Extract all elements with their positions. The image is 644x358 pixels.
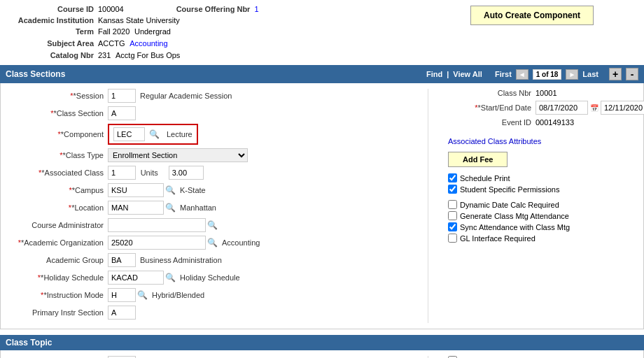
subject-area-label: Subject Area (7, 39, 98, 48)
event-id-value: 000149133 (536, 118, 574, 127)
class-section-row: *Class Section (6, 106, 422, 120)
course-offering-label: Course Offering Nbr (142, 5, 254, 13)
instruction-mode-input[interactable] (108, 288, 136, 302)
component-search-icon[interactable]: 🔍 (149, 129, 160, 139)
holiday-schedule-row: *Holiday Schedule 🔍 Holiday Schedule (6, 271, 422, 285)
campus-input[interactable] (108, 183, 164, 197)
student-specific-label: Student Specific Permissions (460, 185, 559, 194)
academic-org-search-icon[interactable]: 🔍 (207, 238, 218, 248)
academic-org-input[interactable] (108, 236, 206, 250)
add-row-button[interactable]: + (609, 68, 622, 80)
campus-row: *Campus 🔍 K-State (6, 183, 422, 197)
class-topic-content: Course Topic ID 🔍 Print Topic in Schedul… (0, 350, 644, 358)
dynamic-date-label: Dynamic Date Calc Required (460, 201, 559, 209)
holiday-schedule-desc: Holiday Schedule (180, 273, 240, 282)
session-input[interactable] (108, 89, 136, 103)
page-indicator: 1 of 18 (533, 69, 562, 80)
session-desc: Regular Academic Session (140, 92, 232, 100)
component-desc: Lecture (167, 130, 192, 138)
class-type-select[interactable]: Enrollment Section (108, 148, 248, 162)
location-row: *Location 🔍 Manhattan (6, 201, 422, 215)
associated-class-input[interactable] (108, 166, 136, 180)
class-section-label: *Class Section (6, 109, 108, 117)
course-admin-search-icon[interactable]: 🔍 (207, 220, 218, 230)
schedule-print-checkbox[interactable] (448, 173, 457, 182)
add-fee-button[interactable]: Add Fee (448, 152, 507, 167)
generate-mtg-row: Generate Class Mtg Attendance (434, 211, 638, 220)
first-label: First (495, 70, 512, 78)
class-nbr-row: Class Nbr 10001 (434, 89, 638, 97)
find-link[interactable]: Find (426, 70, 442, 78)
class-section-input[interactable] (108, 106, 136, 120)
instruction-mode-search-icon[interactable]: 🔍 (137, 290, 148, 300)
remove-row-button[interactable]: - (626, 68, 638, 80)
class-sections-content: *Session Regular Academic Session *Class… (0, 83, 644, 329)
gl-interface-label: GL Interface Required (460, 234, 536, 243)
term-desc: Undergrad (134, 27, 171, 36)
campus-label: *Campus (6, 186, 108, 194)
gl-interface-row: GL Interface Required (434, 234, 638, 243)
location-input[interactable] (108, 201, 164, 215)
catalog-nbr-desc: Acctg For Bus Ops (115, 51, 180, 59)
component-input[interactable] (113, 127, 145, 141)
units-input[interactable] (169, 166, 204, 180)
academic-group-label: Academic Group (6, 256, 108, 264)
subject-area-desc: Accounting (130, 39, 167, 48)
class-topic-title: Class Topic (6, 338, 52, 348)
academic-group-input[interactable] (108, 253, 136, 267)
associated-class-label: *Associated Class (6, 169, 108, 177)
course-id-value: 100004 (98, 5, 124, 13)
primary-instr-input[interactable] (108, 306, 136, 320)
term-value: Fall 2020 (98, 27, 130, 36)
associated-class-row: *Associated Class Units (6, 166, 422, 180)
next-page-button[interactable]: ► (566, 69, 578, 80)
holiday-schedule-search-icon[interactable]: 🔍 (165, 273, 176, 282)
sync-attendance-label: Sync Attendance with Class Mtg (460, 223, 570, 231)
end-date-input[interactable] (601, 101, 644, 115)
dynamic-date-row: Dynamic Date Calc Required (434, 200, 638, 209)
class-nbr-label: Class Nbr (434, 89, 536, 97)
catalog-nbr-label: Catalog Nbr (7, 51, 98, 59)
course-admin-input[interactable] (108, 218, 206, 232)
auto-create-button[interactable]: Auto Create Component (470, 6, 594, 25)
course-admin-label: Course Administrator (6, 221, 108, 229)
location-desc: Manhattan (180, 203, 216, 212)
academic-org-desc: Accounting (222, 238, 260, 247)
event-id-row: Event ID 000149133 (434, 118, 638, 127)
component-row: *Component 🔍 Lecture (6, 124, 422, 145)
start-date-input[interactable] (536, 101, 588, 115)
instruction-mode-row: *Instruction Mode 🔍 Hybrid/Blended (6, 288, 422, 302)
view-all-link[interactable]: View All (453, 70, 482, 78)
add-fee-row: Add Fee (434, 149, 638, 170)
academic-institution-value: Kansas State University (98, 16, 180, 24)
generate-mtg-checkbox[interactable] (448, 211, 457, 220)
academic-group-desc: Business Administration (140, 256, 222, 264)
component-label: *Component (6, 130, 108, 138)
student-specific-checkbox[interactable] (448, 185, 457, 194)
course-offering-value: 1 (254, 5, 258, 13)
prev-page-button[interactable]: ◄ (516, 69, 528, 80)
sync-attendance-checkbox[interactable] (448, 222, 457, 231)
student-specific-row: Student Specific Permissions (434, 185, 638, 194)
academic-institution-label: Academic Institution (7, 16, 98, 24)
start-end-date-row: *Start/End Date 📅 📅 (434, 101, 638, 115)
start-date-calendar-icon[interactable]: 📅 (590, 104, 598, 112)
course-admin-row: Course Administrator 🔍 (6, 218, 422, 232)
academic-org-row: *Academic Organization 🔍 Accounting (6, 236, 422, 250)
subject-area-value: ACCTG (98, 39, 125, 48)
holiday-schedule-input[interactable] (108, 271, 164, 285)
start-end-date-label: *Start/End Date (434, 103, 536, 112)
component-box: 🔍 Lecture (108, 124, 198, 145)
location-search-icon[interactable]: 🔍 (165, 203, 176, 213)
campus-search-icon[interactable]: 🔍 (165, 185, 176, 195)
holiday-schedule-label: *Holiday Schedule (6, 273, 108, 282)
sync-attendance-row: Sync Attendance with Class Mtg (434, 222, 638, 231)
primary-instr-row: Primary Instr Section (6, 306, 422, 320)
schedule-print-label: Schedule Print (460, 174, 510, 182)
associated-class-attributes-link[interactable]: Associated Class Attributes (448, 137, 541, 145)
session-label: *Session (6, 92, 108, 100)
instruction-mode-desc: Hybrid/Blended (152, 291, 204, 299)
gl-interface-checkbox[interactable] (448, 234, 457, 243)
event-id-label: Event ID (434, 118, 536, 127)
dynamic-date-checkbox[interactable] (448, 200, 457, 209)
